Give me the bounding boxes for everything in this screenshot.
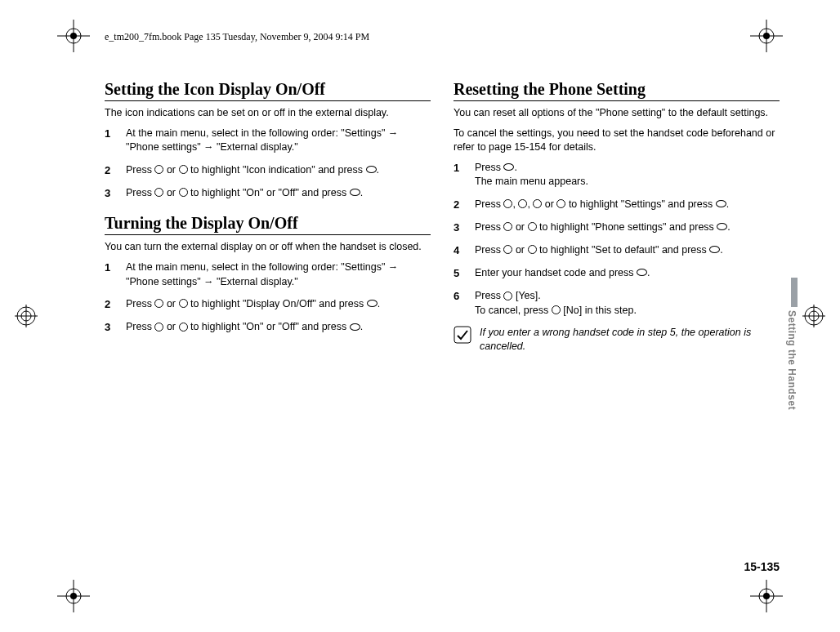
step-text: Press or to highlight "Phone settings" a…: [475, 220, 780, 235]
step-subtext: To cancel, press [No] in this step.: [475, 304, 780, 318]
step-subtext: The main menu appears.: [475, 175, 780, 189]
nav-up-icon: [503, 245, 512, 254]
nav-right-icon: [556, 199, 565, 208]
steps-reset: 1 Press .The main menu appears. 2 Press …: [454, 161, 780, 318]
step: 3 Press or to highlight "On" or "Off" an…: [105, 320, 431, 335]
center-key-icon: [350, 323, 360, 331]
heading-reset: Resetting the Phone Setting: [454, 80, 780, 99]
step: 3 Press or to highlight "On" or "Off" an…: [105, 186, 431, 201]
step-text: Press or to highlight "Set to default" a…: [475, 243, 780, 258]
step-text: Press or to highlight "On" or "Off" and …: [126, 186, 431, 201]
crop-mark-bl: [57, 580, 90, 612]
step-text: Press or to highlight "On" or "Off" and …: [126, 320, 431, 335]
nav-down-icon: [179, 165, 188, 174]
step: 6 Press [Yes].To cancel, press [No] in t…: [454, 289, 780, 318]
page-number: 15-135: [744, 560, 780, 573]
step-text: Press or to highlight "Display On/Off" a…: [126, 297, 431, 312]
note-text: If you enter a wrong handset code in ste…: [480, 326, 780, 354]
steps-icon-display: 1 At the main menu, select in the follow…: [105, 127, 431, 201]
step-number: 1: [454, 161, 465, 189]
registration-mark-left: [15, 305, 38, 327]
heading-rule: [105, 234, 431, 235]
nav-up-icon: [154, 299, 163, 308]
registration-mark-right: [802, 305, 825, 327]
center-key-icon: [366, 166, 377, 173]
center-key-icon: [367, 300, 378, 307]
step-number: 6: [454, 289, 465, 318]
intro-display-onoff: You can turn the external display on or …: [105, 240, 431, 254]
step: 1 Press .The main menu appears.: [454, 161, 780, 189]
step: 2 Press or to highlight "Icon indication…: [105, 163, 431, 178]
softkey-icon: [552, 305, 561, 314]
side-tab-label: Setting the Handset: [786, 310, 798, 410]
step-number: 3: [105, 186, 116, 201]
checkmark-icon: [454, 326, 471, 344]
content-area: Setting the Icon Display On/Off The icon…: [105, 80, 780, 552]
nav-left-icon: [533, 199, 542, 208]
step-text: At the main menu, select in the followin…: [126, 260, 431, 289]
nav-down-icon: [528, 222, 537, 231]
heading-display-onoff: Turning the Display On/Off: [105, 214, 431, 233]
running-header: e_tm200_7fm.book Page 135 Tuesday, Novem…: [105, 31, 369, 43]
step-text: Press , , or to highlight "Settings" and…: [475, 198, 780, 212]
center-key-icon: [716, 200, 726, 207]
center-key-icon: [717, 223, 727, 230]
heading-icon-display: Setting the Icon Display On/Off: [105, 80, 431, 99]
step-number: 2: [454, 198, 465, 212]
nav-down-icon: [179, 188, 188, 197]
left-column: Setting the Icon Display On/Off The icon…: [105, 80, 431, 552]
step-text: Press or to highlight "Icon indication" …: [126, 163, 431, 178]
note: If you enter a wrong handset code in ste…: [454, 326, 780, 354]
step: 4 Press or to highlight "Set to default"…: [454, 243, 780, 258]
nav-down-icon: [179, 299, 188, 308]
intro-icon-display: The icon indications can be set on or of…: [105, 106, 431, 120]
step-text: Press [Yes].To cancel, press [No] in thi…: [475, 289, 780, 318]
nav-down-icon: [528, 245, 537, 254]
step-text: Press .The main menu appears.: [475, 161, 780, 189]
crop-mark-tl: [57, 20, 90, 52]
nav-up-icon: [154, 323, 163, 332]
step-number: 5: [454, 266, 465, 281]
step-number: 2: [105, 163, 116, 178]
heading-rule: [454, 100, 780, 101]
crop-mark-br: [750, 580, 783, 612]
step: 1 At the main menu, select in the follow…: [105, 127, 431, 155]
step: 3 Press or to highlight "Phone settings"…: [454, 220, 780, 235]
intro-reset-1: You can reset all options of the "Phone …: [454, 106, 780, 120]
crop-mark-tr: [750, 20, 783, 52]
nav-up-icon: [503, 222, 512, 231]
step-number: 3: [105, 320, 116, 335]
center-key-icon: [637, 269, 647, 276]
step-text: Enter your handset code and press .: [475, 266, 780, 281]
heading-rule: [105, 100, 431, 101]
step: 2 Press , , or to highlight "Settings" a…: [454, 198, 780, 212]
nav-up-icon: [503, 199, 512, 208]
svg-rect-24: [454, 327, 471, 343]
side-tab: Setting the Handset: [786, 310, 798, 433]
steps-display-onoff: 1 At the main menu, select in the follow…: [105, 260, 431, 335]
side-tab-bar: [791, 278, 798, 307]
center-key-icon: [503, 163, 514, 171]
step-number: 2: [105, 297, 116, 312]
step: 1 At the main menu, select in the follow…: [105, 260, 431, 289]
nav-down-icon: [179, 323, 188, 332]
center-key-icon: [350, 189, 360, 196]
step-text: At the main menu, select in the followin…: [126, 127, 431, 155]
step-number: 3: [454, 220, 465, 235]
step-number: 1: [105, 260, 116, 289]
nav-up-icon: [154, 165, 163, 174]
nav-up-icon: [154, 188, 163, 197]
nav-down-icon: [518, 199, 527, 208]
softkey-icon: [503, 292, 512, 300]
center-key-icon: [709, 246, 720, 253]
step-number: 4: [454, 243, 465, 258]
step: 2 Press or to highlight "Display On/Off"…: [105, 297, 431, 312]
step-number: 1: [105, 127, 116, 155]
right-column: Resetting the Phone Setting You can rese…: [454, 80, 780, 552]
intro-reset-2: To cancel the settings, you need to set …: [454, 127, 780, 154]
step: 5 Enter your handset code and press .: [454, 266, 780, 281]
